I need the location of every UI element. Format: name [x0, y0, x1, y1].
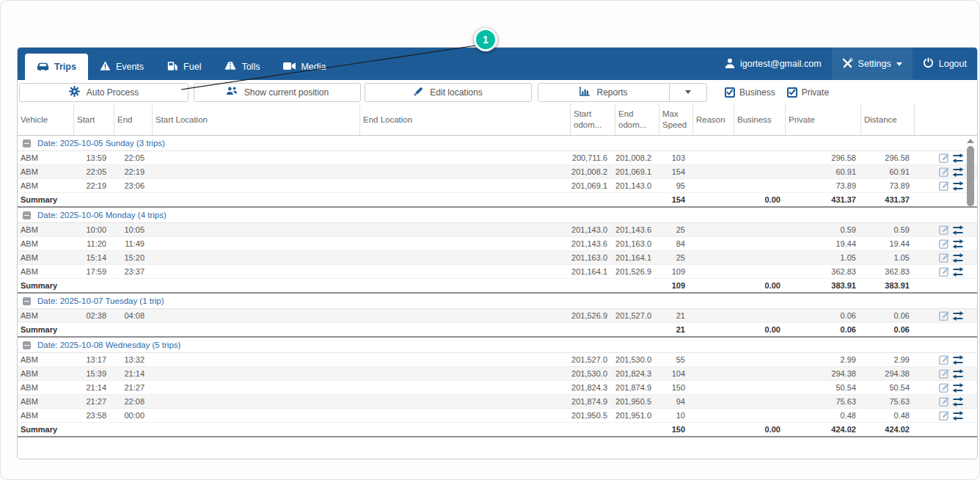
column-header-end-location[interactable]: End Location	[359, 104, 570, 135]
swap-row-icon[interactable]	[952, 225, 964, 235]
edit-row-icon[interactable]	[939, 396, 949, 407]
cell-start-time: 21:27	[73, 395, 114, 408]
column-header-start-odom[interactable]: Start odom...	[570, 104, 615, 135]
column-header-start-location[interactable]: Start Location	[152, 104, 359, 135]
table-row[interactable]: ABM10:0010:05201,143.0201,143.6250.590.5…	[18, 223, 977, 237]
reports-dropdown-button[interactable]	[669, 83, 707, 102]
cell-end-location	[359, 395, 570, 408]
swap-row-icon[interactable]	[952, 311, 964, 321]
cell-start-odom: 201,874.9	[570, 395, 615, 408]
cell-end-location	[359, 165, 570, 178]
table-row[interactable]: ABM17:5923:37201,164.1201,526.9109362.83…	[18, 265, 977, 279]
column-header-vehicle[interactable]: Vehicle	[18, 104, 73, 135]
swap-row-icon[interactable]	[952, 181, 964, 191]
swap-row-icon[interactable]	[952, 253, 964, 263]
tab-trips[interactable]: Trips	[25, 54, 88, 80]
swap-row-icon[interactable]	[952, 167, 964, 177]
column-header-private[interactable]: Private	[785, 104, 860, 135]
business-checkbox[interactable]: Business	[725, 87, 775, 98]
edit-row-icon[interactable]	[939, 354, 949, 365]
edit-row-icon[interactable]	[939, 167, 949, 177]
logout-button[interactable]: Logout	[913, 48, 977, 80]
column-header-end[interactable]: End	[114, 104, 152, 135]
callout-number: 1	[483, 34, 489, 46]
edit-row-icon[interactable]	[939, 153, 949, 163]
cell-business	[734, 179, 785, 192]
chevron-down-icon	[896, 62, 902, 66]
table-row[interactable]: ABM13:1713:32201,527.0201,530.0552.992.9…	[18, 353, 977, 367]
column-header-reason[interactable]: Reason	[692, 104, 734, 135]
edit-row-icon[interactable]	[939, 368, 949, 379]
vertical-scrollbar[interactable]	[965, 137, 975, 457]
swap-row-icon[interactable]	[952, 411, 964, 421]
cell-business	[734, 367, 785, 380]
table-row[interactable]: ABM11:2011:49201,143.6201,163.08419.4419…	[18, 237, 977, 251]
scrollbar-thumb[interactable]	[967, 146, 974, 206]
group-header[interactable]: Date: 2025-10-07 Tuesday (1 trip)	[18, 294, 977, 309]
table-row[interactable]: ABM22:0522:19201,008.2201,069.115460.916…	[18, 165, 977, 179]
account-menu[interactable]: igortest@gmail.com	[714, 48, 832, 80]
swap-row-icon[interactable]	[952, 383, 964, 393]
tab-media[interactable]: Media	[271, 54, 337, 80]
cell-max-speed: 103	[659, 151, 692, 164]
scroll-up-icon[interactable]	[967, 139, 974, 143]
swap-row-icon[interactable]	[952, 397, 964, 407]
cell-private: 0.06	[785, 309, 860, 322]
swap-row-icon[interactable]	[952, 239, 964, 249]
edit-row-icon[interactable]	[939, 266, 949, 277]
column-header-max-speed[interactable]: Max Speed	[659, 104, 692, 135]
cell-distance: 296.58	[860, 151, 914, 164]
edit-row-icon[interactable]	[939, 410, 949, 421]
edit-row-icon[interactable]	[939, 382, 949, 393]
private-checkbox[interactable]: Private	[787, 87, 829, 98]
show-current-position-button[interactable]: Show current position	[194, 83, 361, 102]
edit-row-icon[interactable]	[939, 310, 949, 321]
table-row[interactable]: ABM21:1421:27201,824.3201,874.915050.545…	[18, 381, 977, 395]
cell-business	[734, 381, 785, 394]
group-header[interactable]: Date: 2025-10-05 Sunday (3 trips)	[18, 136, 977, 151]
edit-row-icon[interactable]	[939, 252, 949, 263]
cell-end-odom: 201,069.1	[615, 165, 659, 178]
table-row[interactable]: ABM02:3804:08201,526.9201,527.0210.060.0…	[18, 309, 977, 323]
column-header-end-odom[interactable]: End odom...	[615, 104, 659, 135]
table-row[interactable]: ABM21:2722:08201,874.9201,950.59475.6375…	[18, 395, 977, 409]
cell-start-location	[152, 309, 359, 322]
table-row[interactable]: ABM22:1923:06201,069.1201,143.09573.8973…	[18, 179, 977, 193]
cell-distance: 60.91	[860, 165, 914, 178]
tab-fuel[interactable]: Fuel	[156, 54, 213, 80]
collapse-minus-icon[interactable]	[23, 139, 31, 148]
cell-reason	[692, 381, 734, 394]
reports-label: Reports	[596, 87, 627, 98]
group-header[interactable]: Date: 2025-10-08 Wednesday (5 trips)	[18, 338, 977, 353]
column-header-business[interactable]: Business	[734, 104, 785, 135]
checkbox-checked-icon	[787, 87, 797, 98]
cell-vehicle: ABM	[18, 151, 73, 164]
edit-row-icon[interactable]	[939, 225, 949, 235]
collapse-minus-icon[interactable]	[23, 297, 31, 305]
table-row[interactable]: ABM23:5800:00201,950.5201,951.0100.480.4…	[18, 409, 977, 423]
swap-row-icon[interactable]	[952, 267, 964, 277]
collapse-minus-icon[interactable]	[23, 211, 31, 219]
group-date-label: Date: 2025-10-05 Sunday (3 trips)	[37, 139, 165, 148]
table-row[interactable]: ABM13:5922:05200,711.6201,008.2103296.58…	[18, 151, 977, 165]
main-panel: Trips Events Fuel	[17, 47, 978, 459]
reports-button[interactable]: Reports	[538, 83, 670, 102]
swap-row-icon[interactable]	[952, 369, 964, 379]
group-header[interactable]: Date: 2025-10-06 Monday (4 trips)	[18, 208, 977, 223]
tab-events[interactable]: Events	[88, 54, 156, 80]
swap-row-icon[interactable]	[952, 355, 964, 365]
column-header-distance[interactable]: Distance	[860, 104, 914, 135]
settings-menu[interactable]: Settings	[832, 48, 913, 80]
auto-process-button[interactable]: Auto Process	[19, 83, 189, 102]
edit-row-icon[interactable]	[939, 239, 949, 249]
edit-locations-button[interactable]: Edit locations	[365, 83, 532, 102]
tab-tolls[interactable]: Tolls	[213, 54, 271, 80]
column-header-start[interactable]: Start	[73, 104, 114, 135]
table-row[interactable]: ABM15:1415:20201,163.0201,164.1251.051.0…	[18, 251, 977, 265]
collapse-minus-icon[interactable]	[23, 341, 31, 349]
edit-locations-label: Edit locations	[430, 87, 482, 98]
swap-row-icon[interactable]	[952, 153, 964, 163]
table-row[interactable]: ABM15:3921:14201,530.0201,824.3104294.38…	[18, 367, 977, 381]
edit-row-icon[interactable]	[939, 181, 949, 191]
summary-private: 0.06	[785, 323, 860, 336]
